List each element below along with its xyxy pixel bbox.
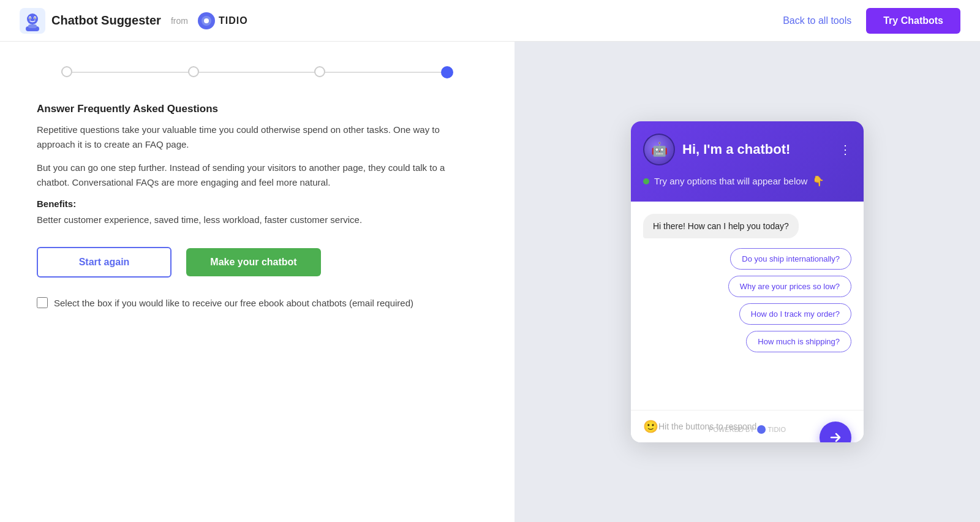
svg-point-10 — [204, 18, 209, 23]
ebook-checkbox[interactable] — [37, 297, 48, 308]
svg-point-4 — [29, 17, 31, 18]
back-to-all-tools-link[interactable]: Back to all tools — [783, 15, 851, 26]
try-chatbots-button[interactable]: Try Chatbots — [866, 8, 960, 34]
powered-by-brand: TIDIO — [768, 426, 786, 433]
chatbot-logo-icon — [20, 8, 45, 34]
stepper-dots — [61, 66, 453, 78]
step-dot-3 — [314, 66, 325, 77]
stepper — [61, 66, 453, 78]
powered-by-label: POWERED BY — [709, 426, 755, 433]
left-panel: Answer Frequently Asked Questions Repeti… — [0, 42, 514, 522]
header: Chatbot Suggester from TIDIO Back to all… — [0, 0, 980, 42]
quick-reply-1[interactable]: Why are your prices so low? — [728, 276, 851, 297]
chat-widget: 🤖 Hi, I'm a chatbot! ⋮ Try any options t… — [631, 121, 864, 442]
paragraph2: But you can go one step further. Instead… — [37, 161, 478, 190]
powered-by: POWERED BY TIDIO — [709, 425, 786, 434]
step-dot-1 — [61, 66, 72, 77]
chat-bot-name: Hi, I'm a chatbot! — [682, 142, 790, 157]
header-right: Back to all tools Try Chatbots — [783, 8, 960, 34]
tidio-icon — [198, 12, 215, 29]
benefits-text: Better customer experience, saved time, … — [37, 213, 478, 227]
right-panel: 🤖 Hi, I'm a chatbot! ⋮ Try any options t… — [514, 42, 980, 522]
chat-header: 🤖 Hi, I'm a chatbot! ⋮ Try any options t… — [631, 121, 864, 202]
section-title: Answer Frequently Asked Questions — [37, 103, 478, 115]
paragraph1: Repetitive questions take your valuable … — [37, 123, 478, 152]
svg-rect-7 — [28, 25, 37, 28]
from-label: from — [171, 16, 188, 26]
main-layout: Answer Frequently Asked Questions Repeti… — [0, 42, 980, 522]
greeting-message: Hi there! How can I help you today? — [643, 214, 799, 238]
step-dot-4 — [441, 66, 453, 78]
chat-header-top: 🤖 Hi, I'm a chatbot! ⋮ — [643, 134, 851, 165]
progress-area — [37, 66, 478, 78]
checkbox-label[interactable]: Select the box if you would like to rece… — [54, 298, 413, 308]
chat-emoji: 👇 — [812, 175, 824, 187]
chat-footer: 🙂 Hit the buttons to respond POWERED BY … — [631, 410, 864, 442]
tidio-name: TIDIO — [219, 15, 248, 26]
chat-body: Hi there! How can I help you today? Do y… — [631, 202, 864, 410]
emoji-icon[interactable]: 🙂 — [643, 419, 658, 434]
start-again-button[interactable]: Start again — [37, 247, 172, 278]
tidio-powered-icon — [757, 425, 766, 434]
svg-point-1 — [27, 13, 38, 25]
chat-subtitle: Try any options that will appear below 👇 — [643, 175, 851, 187]
make-chatbot-button[interactable]: Make your chatbot — [186, 248, 321, 276]
svg-point-11 — [757, 425, 766, 434]
benefits-label: Benefits: — [37, 199, 478, 209]
chat-bot-info: 🤖 Hi, I'm a chatbot! — [643, 134, 790, 165]
svg-point-5 — [34, 17, 36, 18]
tidio-logo: TIDIO — [198, 12, 248, 29]
content-section: Answer Frequently Asked Questions Repeti… — [37, 103, 478, 227]
chat-menu-icon[interactable]: ⋮ — [839, 142, 851, 157]
quick-reply-0[interactable]: Do you ship internationally? — [730, 248, 851, 270]
online-dot — [643, 178, 649, 184]
bot-avatar: 🤖 — [643, 134, 675, 165]
quick-replies: Do you ship internationally? Why are you… — [643, 248, 851, 352]
send-icon — [829, 431, 842, 442]
checkbox-row: Select the box if you would like to rece… — [37, 297, 478, 308]
app-title: Chatbot Suggester — [51, 13, 161, 28]
quick-reply-3[interactable]: How much is shipping? — [746, 331, 851, 352]
action-buttons: Start again Make your chatbot — [37, 247, 478, 278]
header-left: Chatbot Suggester from TIDIO — [20, 8, 248, 34]
step-dot-2 — [188, 66, 199, 77]
bot-avatar-inner: 🤖 — [644, 135, 674, 164]
chat-subtitle-text: Try any options that will appear below — [654, 176, 807, 186]
quick-reply-2[interactable]: How do I track my order? — [739, 303, 851, 325]
